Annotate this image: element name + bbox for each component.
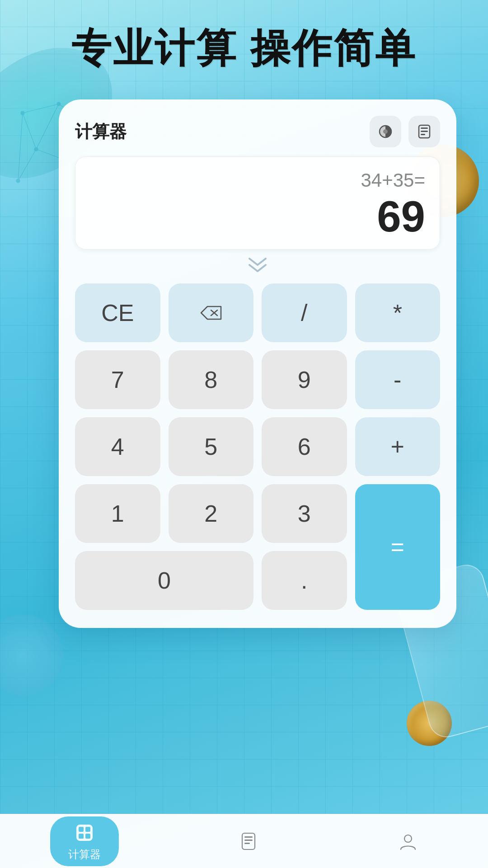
svg-rect-28 <box>85 834 90 839</box>
card-title: 计算器 <box>75 120 127 143</box>
seven-button[interactable]: 7 <box>75 350 160 409</box>
headline: 专业计算 操作简单 <box>0 22 488 75</box>
eight-button[interactable]: 8 <box>169 350 254 409</box>
backspace-button[interactable] <box>169 283 254 342</box>
svg-rect-27 <box>79 834 84 839</box>
nav-profile[interactable] <box>378 825 438 858</box>
nav-calculator-label: 计算器 <box>68 847 101 862</box>
svg-line-13 <box>18 149 36 181</box>
svg-rect-31 <box>244 840 253 841</box>
nine-button[interactable]: 9 <box>262 350 347 409</box>
header-icons <box>370 116 440 147</box>
five-button[interactable]: 5 <box>169 417 254 476</box>
calculator-nav-icon <box>73 821 96 844</box>
nav-history[interactable] <box>219 825 278 858</box>
minus-button[interactable]: - <box>355 350 441 409</box>
svg-rect-25 <box>79 827 84 832</box>
card-header: 计算器 <box>75 116 440 147</box>
svg-line-10 <box>36 104 59 149</box>
backspace-icon <box>199 304 223 322</box>
history-icon <box>416 123 432 140</box>
two-button[interactable]: 2 <box>169 484 254 543</box>
bottom-nav: 计算器 <box>0 814 488 868</box>
svg-point-33 <box>404 835 412 842</box>
theme-icon <box>377 123 394 140</box>
svg-line-15 <box>18 113 23 181</box>
svg-rect-21 <box>421 134 425 135</box>
svg-rect-19 <box>421 127 428 129</box>
equals-button[interactable]: = <box>355 484 441 610</box>
dot-button[interactable]: . <box>262 551 347 610</box>
chevron-row <box>75 257 440 275</box>
one-button[interactable]: 1 <box>75 484 160 543</box>
zero-button[interactable]: 0 <box>75 551 253 610</box>
profile-nav-icon <box>396 830 420 853</box>
history-button[interactable] <box>408 116 440 147</box>
divide-button[interactable]: / <box>262 283 347 342</box>
svg-rect-20 <box>421 131 428 132</box>
display-result: 69 <box>90 195 425 238</box>
svg-rect-26 <box>85 827 90 832</box>
nav-calculator[interactable]: 计算器 <box>50 816 119 866</box>
display-expression: 34+35= <box>90 170 425 191</box>
svg-point-17 <box>383 129 388 134</box>
display: 34+35= 69 <box>75 156 440 250</box>
svg-rect-32 <box>244 843 250 844</box>
svg-rect-30 <box>244 836 253 838</box>
six-button[interactable]: 6 <box>262 417 347 476</box>
calculator-card: 计算器 34+35= 69 <box>59 99 456 628</box>
svg-rect-24 <box>76 825 93 841</box>
four-button[interactable]: 4 <box>75 417 160 476</box>
svg-rect-29 <box>242 833 255 849</box>
plus-button[interactable]: + <box>355 417 441 476</box>
chevron-down-icon <box>246 257 269 273</box>
three-button[interactable]: 3 <box>262 484 347 543</box>
theme-button[interactable] <box>370 116 401 147</box>
button-grid: CE / * 7 8 9 - 4 5 6 + 1 2 3 = 0 . <box>75 283 440 610</box>
ce-button[interactable]: CE <box>75 283 160 342</box>
svg-line-7 <box>23 104 59 113</box>
multiply-button[interactable]: * <box>355 283 441 342</box>
history-nav-icon <box>237 830 260 853</box>
svg-line-9 <box>23 113 36 149</box>
